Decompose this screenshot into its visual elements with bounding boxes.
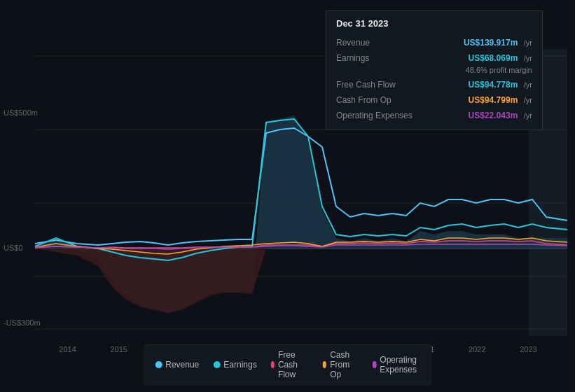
legend-dot-opex (373, 361, 376, 368)
legend-label-fcf: Free Cash Flow (278, 350, 309, 379)
tooltip-fcf-value: US$94.778m (469, 80, 518, 90)
legend-item-fcf[interactable]: Free Cash Flow (271, 350, 309, 379)
tooltip-profit-margin-row: 48.6% profit margin (336, 65, 532, 76)
legend-dot-fcf (271, 361, 275, 368)
tooltip-opex-label: Operating Expenses (336, 111, 413, 120)
legend-dot-earnings (213, 361, 220, 368)
tooltip-fcf-unit: /yr (524, 80, 532, 89)
chart-legend: Revenue Earnings Free Cash Flow Cash Fro… (144, 344, 431, 385)
tooltip-fcf-row: Free Cash Flow US$94.778m /yr (336, 76, 532, 92)
tooltip-revenue-unit: /yr (524, 38, 532, 47)
tooltip-cashop-unit: /yr (524, 96, 532, 104)
tooltip-earnings-unit: /yr (524, 54, 532, 62)
legend-dot-cashop (323, 361, 326, 368)
legend-label-opex: Operating Expenses (380, 355, 420, 374)
legend-label-earnings: Earnings (223, 360, 256, 370)
chart-container: US$500m US$0 -US$300m 2014 2015 2016 201… (0, 0, 575, 392)
x-label-2022: 2022 (469, 345, 485, 354)
tooltip-revenue-value: US$139.917m (464, 38, 518, 48)
tooltip-opex-row: Operating Expenses US$22.043m /yr (336, 107, 532, 122)
legend-item-earnings[interactable]: Earnings (213, 360, 256, 370)
x-label-2015: 2015 (110, 345, 127, 354)
tooltip-date: Dec 31 2023 (336, 18, 532, 29)
tooltip-earnings-row: Earnings US$68.069m /yr (336, 50, 532, 65)
legend-dot-revenue (155, 361, 162, 368)
tooltip-cashop-value: US$94.799m (469, 95, 518, 105)
tooltip-cashop-label: Cash From Op (336, 95, 413, 105)
tooltip-opex-unit: /yr (524, 111, 532, 120)
tooltip-earnings-label: Earnings (336, 53, 413, 63)
tooltip-revenue-row: Revenue US$139.917m /yr (336, 34, 532, 50)
tooltip-cashop-row: Cash From Op US$94.799m /yr (336, 92, 532, 107)
tooltip-profit-margin: 48.6% profit margin (466, 66, 532, 74)
x-label-2014: 2014 (59, 345, 76, 354)
tooltip-opex-value: US$22.043m (469, 111, 518, 120)
tooltip-fcf-label: Free Cash Flow (336, 80, 413, 90)
legend-item-opex[interactable]: Operating Expenses (373, 355, 420, 374)
tooltip-box: Dec 31 2023 Revenue US$139.917m /yr Earn… (326, 10, 543, 130)
x-label-2023: 2023 (520, 345, 536, 354)
tooltip-earnings-value: US$68.069m (469, 53, 518, 63)
y-label-neg300m: -US$300m (4, 318, 41, 327)
legend-label-revenue: Revenue (165, 360, 199, 370)
y-label-500m: US$500m (4, 108, 38, 117)
legend-item-cashop[interactable]: Cash From Op (323, 350, 359, 379)
y-label-0: US$0 (4, 244, 23, 252)
legend-label-cashop: Cash From Op (330, 350, 359, 379)
tooltip-revenue-label: Revenue (336, 38, 413, 48)
legend-item-revenue[interactable]: Revenue (155, 360, 199, 370)
